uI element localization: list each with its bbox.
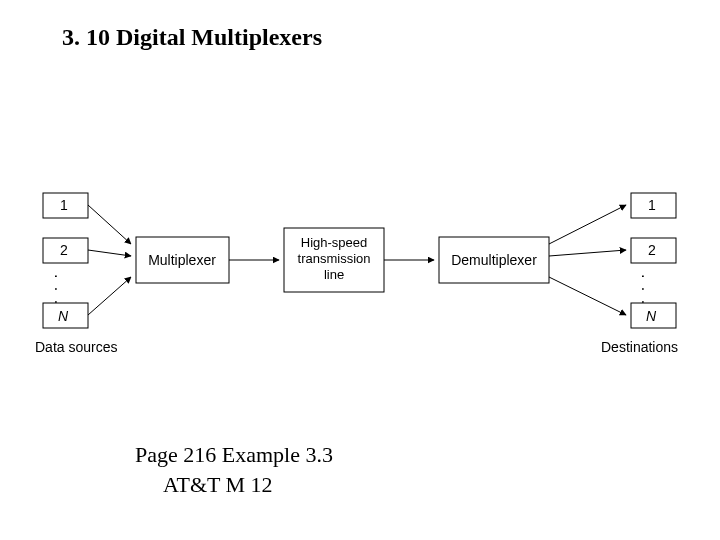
destinations-label: Destinations <box>601 339 678 355</box>
dest-ellipsis: . . . <box>639 274 656 306</box>
transmission-l2: transmission <box>298 251 371 266</box>
arrow-demux-dstN <box>549 277 626 315</box>
multiplexer-box: Multiplexer <box>136 237 229 283</box>
demultiplexer-box: Demultiplexer <box>439 237 549 283</box>
demultiplexer-label: Demultiplexer <box>451 252 537 268</box>
footer-line2: AT&T M 12 <box>135 470 333 500</box>
dest-node-1-label: 1 <box>648 197 656 213</box>
source-node-1-label: 1 <box>60 197 68 213</box>
data-sources-label: Data sources <box>35 339 117 355</box>
source-node-N-label: N <box>58 308 69 324</box>
source-node-2-label: 2 <box>60 242 68 258</box>
footer-text: Page 216 Example 3.3 AT&T M 12 <box>135 440 333 499</box>
dest-node-2-label: 2 <box>648 242 656 258</box>
dest-node-N-label: N <box>646 308 657 324</box>
source-node-2: 2 <box>43 238 88 263</box>
multiplexer-label: Multiplexer <box>148 252 216 268</box>
source-node-N: N <box>43 303 88 328</box>
transmission-l3: line <box>324 267 344 282</box>
arrow-demux-dst1 <box>549 205 626 244</box>
source-node-1: 1 <box>43 193 88 218</box>
arrow-src2-mux <box>88 250 131 256</box>
footer-line1: Page 216 Example 3.3 <box>135 440 333 470</box>
transmission-l1: High-speed <box>301 235 368 250</box>
transmission-box: High-speed transmission line <box>284 228 384 292</box>
dest-node-1: 1 <box>631 193 676 218</box>
mux-diagram: 1 2 . . . N Data sources Multiplexer Hig… <box>0 0 720 540</box>
source-ellipsis: . . . <box>52 274 69 306</box>
dest-node-N: N <box>631 303 676 328</box>
arrow-srcN-mux <box>88 277 131 315</box>
arrow-demux-dst2 <box>549 250 626 256</box>
dest-node-2: 2 <box>631 238 676 263</box>
arrow-src1-mux <box>88 205 131 244</box>
